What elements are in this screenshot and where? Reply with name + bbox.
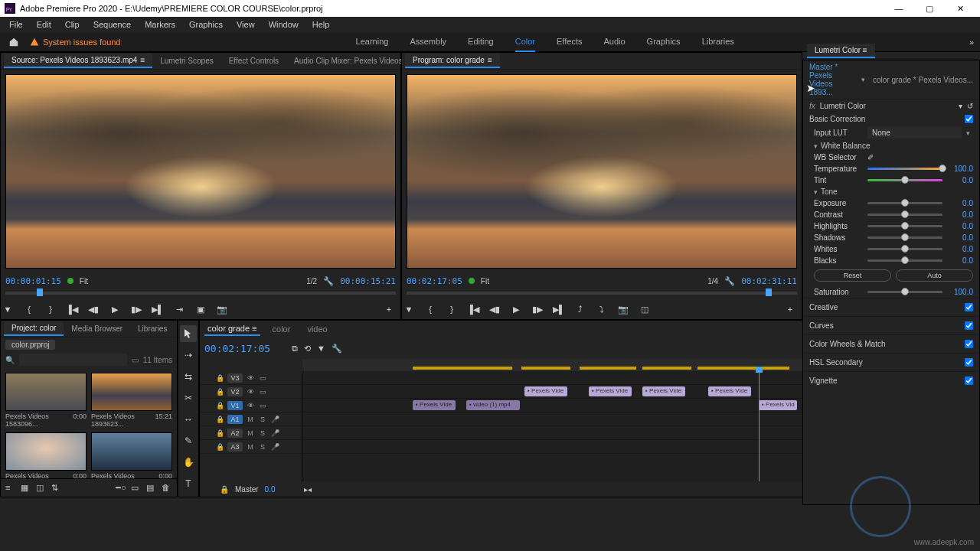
project-search-input[interactable] — [19, 354, 127, 366]
track-label[interactable]: A3 — [227, 442, 243, 452]
mute-icon[interactable]: M — [246, 416, 255, 423]
tint-slider[interactable] — [867, 179, 942, 181]
program-playhead[interactable] — [766, 289, 772, 296]
tab-source[interactable]: Source: Pexels Videos 1893623.mp4≡ — [4, 54, 152, 68]
lumetri-section-vignette[interactable]: Vignette — [803, 371, 979, 390]
lock-icon[interactable]: 🔒 — [215, 443, 224, 451]
new-bin-button[interactable]: ▭ — [131, 483, 142, 494]
slider-value[interactable]: 0.0 — [947, 233, 973, 242]
video-track-header[interactable]: 🔒V3👁▭ — [200, 371, 302, 385]
master-value[interactable]: 0.0 — [265, 485, 276, 494]
program-scrubber[interactable] — [407, 289, 797, 299]
work-area-bar[interactable] — [697, 367, 789, 370]
section-toggle[interactable] — [965, 303, 973, 311]
system-warning[interactable]: System issues found — [29, 37, 121, 47]
video-clip[interactable]: ▪ Pexels Vide — [708, 386, 751, 396]
input-lut-dropdown[interactable]: None — [867, 127, 962, 139]
program-tc-left[interactable]: 00:02:17:05 — [407, 276, 462, 286]
menu-edit[interactable]: Edit — [31, 18, 57, 31]
reset-icon[interactable]: ↺ — [967, 102, 973, 110]
solo-icon[interactable]: S — [258, 429, 267, 437]
program-preview[interactable] — [407, 74, 797, 269]
timeline-timecode[interactable]: 00:02:17:05 — [204, 343, 270, 354]
chevron-down-icon[interactable]: ▾ — [861, 76, 865, 83]
reset-button[interactable]: Reset — [814, 269, 891, 282]
menu-help[interactable]: Help — [306, 18, 336, 31]
blacks-slider[interactable] — [867, 259, 942, 262]
mark-out-button[interactable]: } — [44, 302, 57, 316]
saturation-slider[interactable] — [867, 291, 942, 293]
program-fit-dropdown[interactable]: Fit — [481, 277, 489, 285]
tab-program[interactable]: Program: color grade≡ — [405, 54, 500, 68]
icon-view-button[interactable]: ▦ — [21, 483, 31, 494]
add-marker-button[interactable]: ▼ — [1, 302, 15, 316]
voiceover-icon[interactable]: 🎤 — [270, 443, 279, 451]
menu-window[interactable]: Window — [263, 18, 305, 31]
section-toggle[interactable] — [965, 321, 973, 330]
new-item-button[interactable]: ▤ — [146, 483, 157, 494]
menu-clip[interactable]: Clip — [59, 18, 86, 31]
mark-in-button[interactable]: { — [423, 302, 437, 316]
lock-icon[interactable]: 🔒 — [220, 485, 229, 494]
chevron-down-icon[interactable]: ▾ — [959, 102, 962, 110]
menu-graphics[interactable]: Graphics — [183, 18, 229, 31]
track-select-tool[interactable]: ⇢ — [180, 347, 197, 364]
delete-button[interactable]: 🗑 — [162, 483, 172, 494]
audio-track-header[interactable]: 🔒A2MS🎤 — [200, 426, 302, 440]
fx-badge-icon[interactable]: fx — [809, 102, 815, 110]
slip-tool[interactable]: ↔ — [180, 411, 197, 428]
audio-track-header[interactable]: 🔒A3MS🎤 — [200, 440, 302, 454]
track-label[interactable]: V2 — [227, 387, 243, 396]
slider-value[interactable]: 0.0 — [947, 222, 973, 230]
voiceover-icon[interactable]: 🎤 — [270, 429, 279, 437]
play-button[interactable]: ▶ — [108, 302, 122, 316]
razor-tool[interactable]: ✂ — [180, 390, 197, 406]
menu-markers[interactable]: Markers — [139, 18, 181, 31]
exposure-slider[interactable] — [867, 202, 942, 204]
toggle-output-icon[interactable]: 👁 — [246, 388, 255, 396]
hand-tool[interactable]: ✋ — [180, 454, 197, 471]
tab-lumetri-scopes[interactable]: Lumetri Scopes — [152, 54, 220, 67]
whites-slider[interactable] — [867, 248, 942, 250]
lock-icon[interactable]: 🔒 — [215, 402, 224, 409]
eyedropper-icon[interactable]: ✐ — [867, 153, 874, 161]
menu-file[interactable]: File — [3, 18, 29, 31]
sequence-tab[interactable]: video — [302, 323, 332, 335]
freeform-view-button[interactable]: ◫ — [36, 483, 47, 494]
video-clip[interactable]: ▪ Pexels Vide — [524, 386, 567, 396]
section-toggle[interactable] — [965, 340, 973, 348]
project-thumb[interactable]: Pexels Videos 1893623...15:21 — [91, 373, 172, 428]
work-area-bar[interactable] — [580, 367, 636, 370]
track-label[interactable]: A2 — [227, 429, 243, 438]
section-toggle[interactable] — [965, 377, 973, 385]
workspace-graphics[interactable]: Graphics — [647, 32, 681, 52]
play-button[interactable]: ▶ — [509, 302, 523, 316]
list-view-button[interactable]: ≡ — [5, 483, 16, 494]
slider-value[interactable]: 0.0 — [947, 199, 973, 207]
video-clip[interactable]: ▪ Pexels Vide — [642, 386, 685, 396]
source-preview[interactable] — [5, 74, 396, 269]
extract-button[interactable]: ⤵ — [595, 302, 609, 316]
snap-button[interactable]: ⧉ — [292, 344, 298, 354]
project-thumb[interactable]: Pexels Videos 1583096...0:00 — [5, 373, 87, 428]
temperature-slider[interactable] — [867, 168, 942, 170]
tab-effect-controls[interactable]: Effect Controls — [221, 54, 286, 67]
sync-lock-icon[interactable]: ▭ — [258, 402, 267, 409]
slider-value[interactable]: 0.0 — [947, 176, 973, 184]
insert-button[interactable]: ⇥ — [172, 302, 186, 316]
auto-button[interactable]: Auto — [896, 269, 973, 282]
toggle-output-icon[interactable]: 👁 — [246, 402, 255, 409]
add-marker-button[interactable]: ▼ — [402, 302, 416, 316]
home-button[interactable] — [6, 35, 21, 49]
menu-view[interactable]: View — [230, 18, 261, 31]
sync-lock-icon[interactable]: ▭ — [258, 388, 267, 396]
zoom-slider[interactable]: ━○ — [116, 483, 126, 494]
window-close-button[interactable]: ✕ — [945, 0, 975, 17]
go-in-button[interactable]: ▐◀ — [466, 302, 480, 316]
toggle-output-icon[interactable]: 👁 — [246, 374, 255, 382]
video-clip[interactable]: ▪ Pexels Vid — [759, 400, 797, 410]
menu-sequence[interactable]: Sequence — [87, 18, 138, 31]
source-scrubber[interactable] — [5, 289, 396, 299]
expand-icon[interactable]: ▸◂ — [304, 485, 312, 494]
workspace-audio[interactable]: Audio — [603, 32, 625, 52]
